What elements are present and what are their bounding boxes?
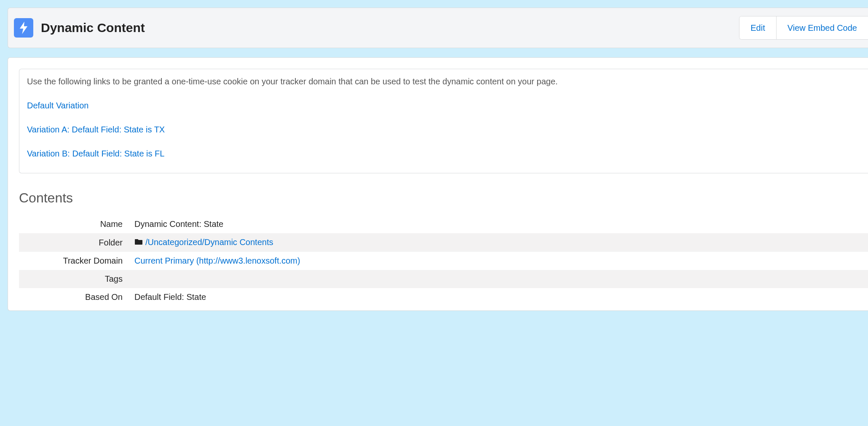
section-heading-contents: Contents — [19, 190, 868, 206]
detail-value-name: Dynamic Content: State — [129, 215, 868, 233]
detail-label-name: Name — [19, 215, 129, 233]
folder-icon — [134, 237, 143, 247]
detail-value-tags — [129, 270, 868, 288]
tracker-domain-link[interactable]: Current Primary (http://www3.lenoxsoft.c… — [134, 256, 300, 265]
detail-row-based-on: Based On Default Field: State — [19, 288, 868, 306]
edit-button[interactable]: Edit — [739, 16, 776, 39]
detail-row-tags: Tags — [19, 270, 868, 288]
variation-link-a[interactable]: Variation A: Default Field: State is TX — [27, 125, 859, 135]
detail-row-tracker: Tracker Domain Current Primary (http://w… — [19, 252, 868, 270]
view-embed-code-button[interactable]: View Embed Code — [776, 16, 868, 39]
content-panel: Use the following links to be granted a … — [8, 57, 868, 311]
variation-link-b[interactable]: Variation B: Default Field: State is FL — [27, 149, 859, 159]
page-title: Dynamic Content — [41, 21, 145, 35]
detail-value-folder: /Uncategorized/Dynamic Contents — [129, 233, 868, 252]
info-box: Use the following links to be granted a … — [19, 69, 868, 173]
detail-value-based-on: Default Field: State — [129, 288, 868, 306]
header-actions: Edit View Embed Code — [739, 16, 868, 40]
detail-value-tracker: Current Primary (http://www3.lenoxsoft.c… — [129, 252, 868, 270]
detail-label-folder: Folder — [19, 233, 129, 252]
variation-link-default[interactable]: Default Variation — [27, 101, 859, 111]
detail-label-tags: Tags — [19, 270, 129, 288]
details-table: Name Dynamic Content: State Folder /Unca… — [19, 215, 868, 306]
detail-label-tracker: Tracker Domain — [19, 252, 129, 270]
detail-row-name: Name Dynamic Content: State — [19, 215, 868, 233]
folder-link[interactable]: /Uncategorized/Dynamic Contents — [145, 237, 273, 247]
detail-row-folder: Folder /Uncategorized/Dynamic Contents — [19, 233, 868, 252]
detail-label-based-on: Based On — [19, 288, 129, 306]
lightning-icon — [14, 18, 33, 38]
page-header: Dynamic Content Edit View Embed Code — [8, 8, 868, 48]
info-text: Use the following links to be granted a … — [27, 77, 859, 86]
